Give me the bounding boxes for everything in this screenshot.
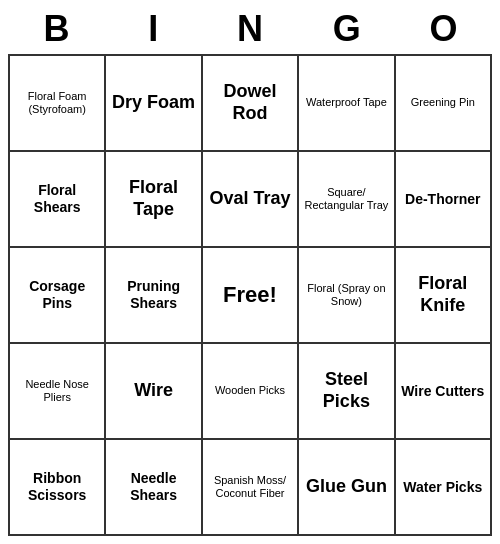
bingo-cell: Oval Tray [203, 152, 299, 248]
bingo-cell: Steel Picks [299, 344, 395, 440]
bingo-cell: Waterproof Tape [299, 56, 395, 152]
letter-b: B [8, 8, 105, 50]
bingo-cell: Glue Gun [299, 440, 395, 536]
bingo-cell: De-Thorner [396, 152, 492, 248]
bingo-grid: Floral Foam (Styrofoam)Dry FoamDowel Rod… [8, 54, 492, 536]
bingo-cell: Floral Tape [106, 152, 202, 248]
bingo-title: B I N G O [8, 8, 492, 50]
bingo-cell: Greening Pin [396, 56, 492, 152]
bingo-cell: Floral Foam (Styrofoam) [10, 56, 106, 152]
bingo-cell: Needle Shears [106, 440, 202, 536]
bingo-cell: Pruning Shears [106, 248, 202, 344]
bingo-cell: Free! [203, 248, 299, 344]
bingo-cell: Wire [106, 344, 202, 440]
bingo-cell: Water Picks [396, 440, 492, 536]
bingo-cell: Dry Foam [106, 56, 202, 152]
bingo-cell: Wire Cutters [396, 344, 492, 440]
bingo-cell: Corsage Pins [10, 248, 106, 344]
bingo-cell: Floral (Spray on Snow) [299, 248, 395, 344]
letter-g: G [298, 8, 395, 50]
bingo-cell: Needle Nose Pliers [10, 344, 106, 440]
letter-o: O [395, 8, 492, 50]
bingo-cell: Square/ Rectangular Tray [299, 152, 395, 248]
bingo-cell: Spanish Moss/ Coconut Fiber [203, 440, 299, 536]
bingo-cell: Dowel Rod [203, 56, 299, 152]
bingo-cell: Ribbon Scissors [10, 440, 106, 536]
letter-i: I [105, 8, 202, 50]
letter-n: N [202, 8, 299, 50]
bingo-cell: Floral Knife [396, 248, 492, 344]
bingo-cell: Wooden Picks [203, 344, 299, 440]
bingo-cell: Floral Shears [10, 152, 106, 248]
